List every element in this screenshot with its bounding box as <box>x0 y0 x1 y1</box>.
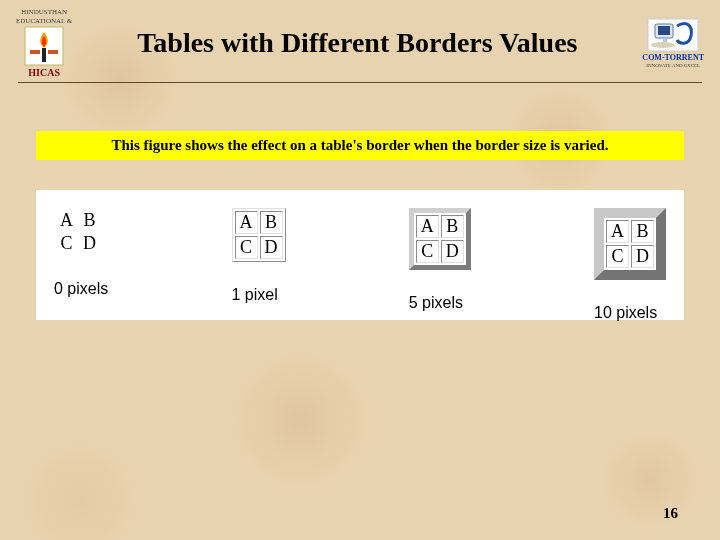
cell-b: B <box>631 220 654 243</box>
slide-title: Tables with Different Borders Values <box>72 27 642 59</box>
title-underline <box>18 82 702 83</box>
org-logo-right: COM-TORRENT INNOVATE AND EXCEL <box>642 18 704 68</box>
sample-0px: AB CD 0 pixels <box>54 208 108 298</box>
table-border-0: AB CD <box>54 208 102 256</box>
page-number: 16 <box>663 505 678 522</box>
logo-right-line1: COM-TORRENT <box>642 53 704 62</box>
org-logo-left: HINDUSTHAN EDUCATIONAL & HICAS <box>16 8 72 78</box>
cell-b: B <box>79 210 100 231</box>
cell-c: C <box>606 245 629 268</box>
table-border-5: AB CD <box>409 208 471 270</box>
cell-b: B <box>260 211 283 234</box>
cell-c: C <box>235 236 258 259</box>
cell-c: C <box>56 233 77 254</box>
logo-left-line2: EDUCATIONAL & <box>16 17 72 25</box>
table-border-1: AB CD <box>232 208 286 262</box>
sample-5px: AB CD 5 pixels <box>409 208 471 312</box>
svg-rect-7 <box>658 26 670 35</box>
svg-rect-8 <box>663 38 667 42</box>
cell-a: A <box>606 220 629 243</box>
svg-point-5 <box>651 42 675 48</box>
cell-d: D <box>260 236 283 259</box>
sample-1px: AB CD 1 pixel <box>232 208 286 304</box>
svg-rect-3 <box>48 50 58 54</box>
caption-box: This figure shows the effect on a table'… <box>36 131 684 160</box>
table-border-10: AB CD <box>594 208 666 280</box>
logo-right-line2: INNOVATE AND EXCEL <box>646 63 700 68</box>
torch-icon <box>24 26 64 66</box>
cell-d: D <box>441 240 464 263</box>
sample-label: 1 pixel <box>232 286 278 304</box>
cell-d: D <box>631 245 654 268</box>
cell-a: A <box>56 210 77 231</box>
slide-header: HINDUSTHAN EDUCATIONAL & HICAS Tables wi… <box>0 0 720 78</box>
sample-10px: AB CD 10 pixels <box>594 208 666 322</box>
cell-c: C <box>416 240 439 263</box>
cell-a: A <box>235 211 258 234</box>
sample-label: 5 pixels <box>409 294 463 312</box>
cell-a: A <box>416 215 439 238</box>
cell-b: B <box>441 215 464 238</box>
svg-rect-1 <box>42 48 46 62</box>
cell-d: D <box>79 233 100 254</box>
logo-left-line3: HICAS <box>28 67 60 78</box>
computer-icon <box>647 18 699 52</box>
logo-left-line1: HINDUSTHAN <box>21 8 67 16</box>
svg-rect-2 <box>30 50 40 54</box>
sample-label: 10 pixels <box>594 304 657 322</box>
figure-area: AB CD 0 pixels AB CD 1 pixel AB CD 5 pix… <box>36 190 684 320</box>
sample-label: 0 pixels <box>54 280 108 298</box>
slide: HINDUSTHAN EDUCATIONAL & HICAS Tables wi… <box>0 0 720 540</box>
